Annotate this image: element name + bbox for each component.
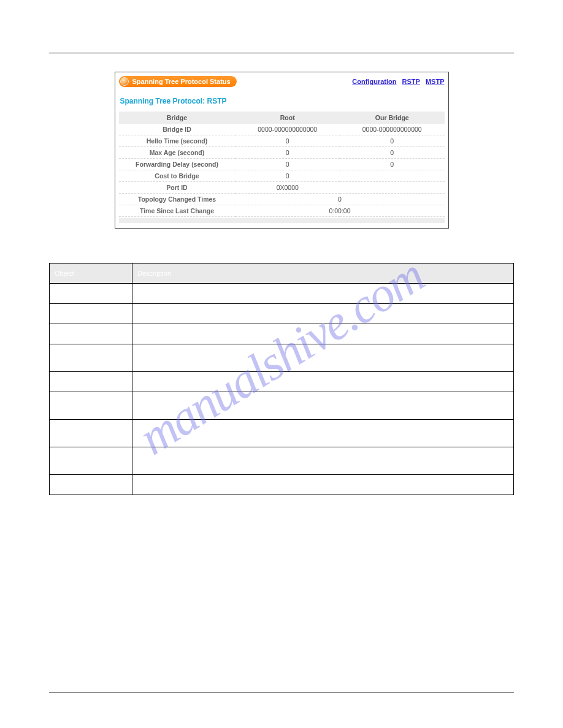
table-row: Max Age (second) 0 0	[119, 147, 445, 159]
row-label: Max Age (second)	[119, 147, 236, 159]
cell: 0X0000	[236, 182, 340, 194]
cell: • Cost to Bridge	[50, 372, 132, 392]
table-row: • Port ID The ID of the port currently u…	[50, 392, 514, 420]
description-table: Object Description • Bridge ID This is t…	[49, 263, 514, 495]
cell: 0	[236, 135, 340, 147]
row-label: Hello Time (second)	[119, 135, 236, 147]
top-rule	[49, 53, 514, 53]
cell: This is the root switch's cost.	[132, 372, 514, 392]
cell: 0000-000000000000	[236, 124, 340, 135]
table-row: Port ID 0X0000	[119, 182, 445, 194]
cell: • Time Since Last Change	[50, 447, 132, 475]
col-our-bridge: Our Bridge	[340, 112, 445, 124]
header-right: User's Manual of	[50, 25, 101, 32]
col-root: Root	[236, 112, 340, 124]
embedded-screenshot: Spanning Tree Protocol Status Configurat…	[115, 72, 449, 229]
cell: Display this switch's topology changed t…	[132, 420, 514, 447]
table-row: • Hello Time (second) This is the root/o…	[50, 304, 514, 324]
cell: • Port Status	[50, 475, 132, 495]
cell: This is the root/our switch to identify …	[132, 284, 514, 304]
table-row: • Port Status Display all ports' spannin…	[50, 475, 514, 495]
cell: 0	[340, 159, 445, 170]
header-left: GS-4210-8P2S/GS-4210-24P4C/GS-4210-24PL4…	[360, 25, 513, 32]
table-row: • Cost to Bridge This is the root switch…	[50, 372, 514, 392]
figure-caption: Figure 4-6-6 RSTP Status Page Screenshot	[49, 232, 514, 240]
link-rstp[interactable]: RSTP	[402, 78, 420, 85]
cell: The ID of the port currently used to rea…	[132, 392, 514, 420]
table-row: • Forwarding Delay (second) This is the …	[50, 344, 514, 372]
status-table: Bridge Root Our Bridge Bridge ID 0000-00…	[119, 112, 445, 217]
link-mstp[interactable]: MSTP	[426, 78, 445, 85]
cell: 0	[340, 135, 445, 147]
col-bridge: Bridge	[119, 112, 236, 124]
table-row: Time Since Last Change 0:00:00	[119, 205, 445, 217]
desc-intro: The page includes the following fields:	[52, 251, 514, 259]
panel-title-text: Spanning Tree Protocol Status	[132, 78, 231, 85]
table-row: Topology Changed Times 0	[119, 194, 445, 205]
panel-subtitle: Spanning Tree Protocol: RSTP	[120, 97, 445, 105]
cell: 0	[236, 170, 340, 182]
cell: 0	[236, 194, 445, 205]
cell	[340, 182, 445, 194]
row-label: Topology Changed Times	[119, 194, 236, 205]
cell: Display all ports' spanning tree informa…	[132, 475, 514, 495]
table-row: • Topology Changed Times Display this sw…	[50, 420, 514, 447]
table-row: • Bridge ID This is the root/our switch …	[50, 284, 514, 304]
cell: • Forwarding Delay (second)	[50, 344, 132, 372]
cell: 0000-000000000000	[340, 124, 445, 135]
page-footer: 148	[49, 692, 514, 703]
cell: 0	[340, 147, 445, 159]
cell: 0	[236, 147, 340, 159]
cell: 0	[236, 159, 340, 170]
cell: This is the root/our switch's current fo…	[132, 344, 514, 372]
row-label: Cost to Bridge	[119, 170, 236, 182]
table-row: • Time Since Last Change Display this sw…	[50, 447, 514, 475]
ball-icon	[120, 77, 129, 86]
table-footer-bar	[119, 218, 445, 223]
col-description: Description	[132, 264, 514, 284]
table-row: Hello Time (second) 0 0	[119, 135, 445, 147]
col-object: Object	[50, 264, 132, 284]
cell: Display this switch time since last chan…	[132, 447, 514, 475]
table-row: • Max Age (second) This is the root/our …	[50, 324, 514, 344]
table-row: Forwarding Delay (second) 0 0	[119, 159, 445, 170]
table-header-row: Object Description	[50, 264, 514, 284]
row-label: Forwarding Delay (second)	[119, 159, 236, 170]
table-header-row: Bridge Root Our Bridge	[119, 112, 445, 124]
panel-links: Configuration RSTP MSTP	[348, 78, 444, 85]
cell: This is the root/our switch's current ma…	[132, 324, 514, 344]
row-label: Port ID	[119, 182, 236, 194]
cell: • Hello Time (second)	[50, 304, 132, 324]
table-row: Cost to Bridge 0	[119, 170, 445, 182]
cell: • Bridge ID	[50, 284, 132, 304]
cell: • Max Age (second)	[50, 324, 132, 344]
cell: This is the root/our switch's current he…	[132, 304, 514, 324]
link-configuration[interactable]: Configuration	[352, 78, 396, 85]
cell: • Port ID	[50, 392, 132, 420]
cell: 0:00:00	[236, 205, 445, 217]
cell	[340, 170, 445, 182]
row-label: Time Since Last Change	[119, 205, 236, 217]
cell: • Topology Changed Times	[50, 420, 132, 447]
page-number: 148	[503, 696, 514, 703]
table-row: Bridge ID 0000-000000000000 0000-0000000…	[119, 124, 445, 135]
row-label: Bridge ID	[119, 124, 236, 135]
panel-title-pill: Spanning Tree Protocol Status	[119, 76, 237, 87]
